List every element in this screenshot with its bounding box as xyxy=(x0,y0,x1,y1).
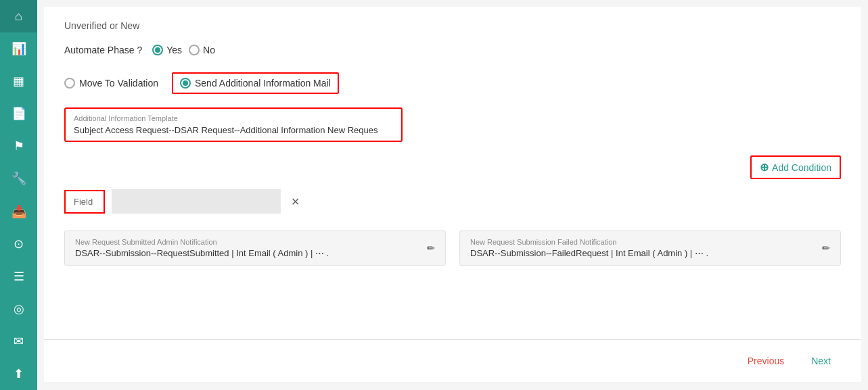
add-condition-label: Add Condition xyxy=(772,162,831,173)
radio-no-label: No xyxy=(203,45,215,55)
radio-yes-circle[interactable] xyxy=(152,45,163,55)
sidebar-item-home[interactable]: ⌂ xyxy=(0,0,37,32)
radio-yes[interactable]: Yes xyxy=(152,45,182,55)
radio-yes-label: Yes xyxy=(166,45,182,55)
notification-row: New Request Submitted Admin Notification… xyxy=(64,230,841,266)
add-condition-icon: ⊕ xyxy=(760,161,769,174)
template-field-value: Subject Access Request--DSAR Request--Ad… xyxy=(74,125,393,135)
sidebar-item-grid[interactable]: ▦ xyxy=(0,65,37,97)
template-field-wrapper[interactable]: Additional Information Template Subject … xyxy=(64,107,403,142)
footer: Previous Next xyxy=(44,339,861,382)
notification-content-1: New Request Submitted Admin Notification… xyxy=(75,238,329,258)
sidebar-item-circle[interactable]: ◎ xyxy=(0,293,37,325)
action-send-mail[interactable]: Send Additional Information Mail xyxy=(172,72,339,94)
notification-edit-icon-1[interactable]: ✏ xyxy=(427,243,435,253)
template-field-label: Additional Information Template xyxy=(74,114,393,122)
previous-button[interactable]: Previous xyxy=(737,350,794,372)
field-input[interactable] xyxy=(112,189,281,214)
automate-phase-radio-group: Yes No xyxy=(152,45,215,55)
main-content: Unverified or New Automate Phase ? Yes N… xyxy=(37,0,868,390)
sidebar-item-document[interactable]: 📄 xyxy=(0,97,37,130)
action-send-radio[interactable] xyxy=(180,78,191,89)
sidebar-item-inbox[interactable]: 📥 xyxy=(0,195,37,227)
notification-value-2: DSAR--Submission--FailedRequest | Int Em… xyxy=(470,248,708,258)
sidebar-item-flag[interactable]: ⚑ xyxy=(0,130,37,162)
sidebar-item-list[interactable]: ☰ xyxy=(0,260,37,293)
notification-label-1: New Request Submitted Admin Notification xyxy=(75,238,329,246)
field-row: Field ✕ xyxy=(64,189,841,214)
field-label: Field xyxy=(74,197,93,207)
content-panel: Unverified or New Automate Phase ? Yes N… xyxy=(44,7,861,382)
notification-card-1: New Request Submitted Admin Notification… xyxy=(64,230,446,266)
notification-value-1: DSAR--Submission--RequestSubmitted | Int… xyxy=(75,248,329,258)
action-move-label: Move To Validation xyxy=(79,78,158,89)
action-move-to-validation[interactable]: Move To Validation xyxy=(64,78,158,89)
notification-card-2: New Request Submission Failed Notificati… xyxy=(459,230,841,266)
action-send-label: Send Additional Information Mail xyxy=(195,78,331,89)
sidebar-item-mail[interactable]: ✉ xyxy=(0,325,37,358)
field-box[interactable]: Field xyxy=(64,190,105,214)
next-button[interactable]: Next xyxy=(801,350,841,372)
page-title: Unverified or New xyxy=(64,20,841,31)
action-row: Move To Validation Send Additional Infor… xyxy=(64,72,841,94)
radio-no-circle[interactable] xyxy=(189,45,200,55)
sidebar-item-upload[interactable]: ⬆ xyxy=(0,358,37,390)
sidebar-item-help[interactable]: ⊙ xyxy=(0,228,37,260)
sidebar-item-chart[interactable]: 📊 xyxy=(0,32,37,65)
sidebar-item-tools[interactable]: 🔧 xyxy=(0,162,37,195)
add-condition-wrapper: ⊕ Add Condition xyxy=(64,155,841,179)
field-clear-icon[interactable]: ✕ xyxy=(291,195,300,208)
sidebar: ⌂ 📊 ▦ 📄 ⚑ 🔧 📥 ⊙ ☰ ◎ ✉ ⬆ xyxy=(0,0,37,390)
automate-phase-row: Automate Phase ? Yes No xyxy=(64,45,841,55)
radio-no[interactable]: No xyxy=(189,45,215,55)
notification-label-2: New Request Submission Failed Notificati… xyxy=(470,238,708,246)
action-move-radio[interactable] xyxy=(64,78,75,89)
notification-edit-icon-2[interactable]: ✏ xyxy=(822,243,830,253)
automate-phase-label: Automate Phase ? xyxy=(64,45,142,55)
notification-content-2: New Request Submission Failed Notificati… xyxy=(470,238,708,258)
add-condition-button[interactable]: ⊕ Add Condition xyxy=(750,155,841,179)
